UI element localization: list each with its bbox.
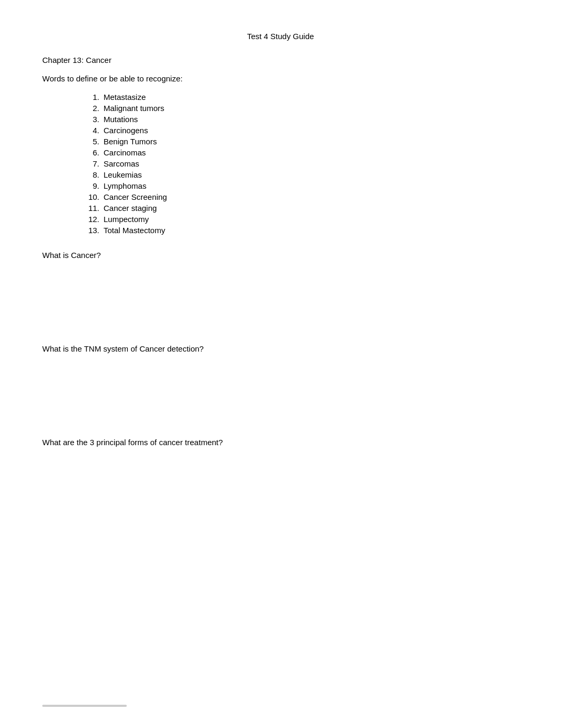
term-item: 7.Sarcomas bbox=[85, 159, 519, 168]
term-label: Leukemias bbox=[104, 170, 142, 179]
terms-list: 1.Metastasize2.Malignant tumors3.Mutatio… bbox=[85, 93, 519, 235]
term-label: Carcinomas bbox=[104, 148, 146, 157]
term-item: 2.Malignant tumors bbox=[85, 104, 519, 113]
term-label: Cancer Screening bbox=[104, 192, 167, 201]
term-number: 2. bbox=[85, 104, 99, 113]
term-number: 1. bbox=[85, 93, 99, 102]
term-item: 9.Lymphomas bbox=[85, 181, 519, 190]
term-item: 4.Carcinogens bbox=[85, 126, 519, 135]
term-item: 11.Cancer staging bbox=[85, 204, 519, 213]
term-label: Lumpectomy bbox=[104, 215, 149, 224]
term-label: Mutations bbox=[104, 115, 138, 124]
question-2: What is the TNM system of Cancer detecti… bbox=[42, 344, 519, 353]
term-number: 8. bbox=[85, 170, 99, 179]
term-label: Total Mastectomy bbox=[104, 226, 165, 235]
term-item: 6.Carcinomas bbox=[85, 148, 519, 157]
chapter-heading: Chapter 13: Cancer bbox=[42, 56, 519, 64]
term-item: 3.Mutations bbox=[85, 115, 519, 124]
term-number: 3. bbox=[85, 115, 99, 124]
term-item: 8.Leukemias bbox=[85, 170, 519, 179]
term-item: 1.Metastasize bbox=[85, 93, 519, 102]
term-number: 12. bbox=[85, 215, 99, 224]
term-number: 5. bbox=[85, 137, 99, 146]
term-number: 11. bbox=[85, 204, 99, 213]
term-number: 7. bbox=[85, 159, 99, 168]
term-label: Benign Tumors bbox=[104, 137, 157, 146]
term-number: 6. bbox=[85, 148, 99, 157]
question-1: What is Cancer? bbox=[42, 251, 519, 260]
page: Test 4 Study Guide Chapter 13: Cancer Wo… bbox=[0, 0, 561, 728]
section-intro: Words to define or be able to recognize: bbox=[42, 74, 519, 83]
term-item: 12.Lumpectomy bbox=[85, 215, 519, 224]
term-label: Carcinogens bbox=[104, 126, 148, 135]
question-3: What are the 3 principal forms of cancer… bbox=[42, 438, 519, 447]
term-label: Malignant tumors bbox=[104, 104, 164, 113]
term-label: Lymphomas bbox=[104, 181, 146, 190]
term-label: Sarcomas bbox=[104, 159, 139, 168]
term-number: 9. bbox=[85, 181, 99, 190]
page-title: Test 4 Study Guide bbox=[42, 32, 519, 41]
term-number: 4. bbox=[85, 126, 99, 135]
term-label: Cancer staging bbox=[104, 204, 157, 213]
term-item: 13.Total Mastectomy bbox=[85, 226, 519, 235]
term-number: 10. bbox=[85, 192, 99, 201]
term-label: Metastasize bbox=[104, 93, 146, 102]
term-number: 13. bbox=[85, 226, 99, 235]
term-item: 5.Benign Tumors bbox=[85, 137, 519, 146]
questions-section: What is Cancer?What is the TNM system of… bbox=[42, 251, 519, 447]
term-item: 10.Cancer Screening bbox=[85, 192, 519, 201]
bottom-bar bbox=[42, 705, 127, 707]
